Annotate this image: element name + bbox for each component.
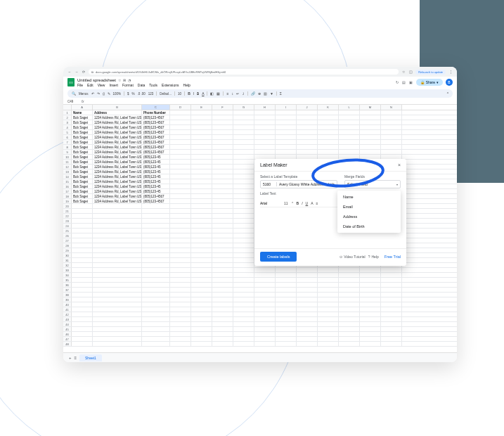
cell[interactable]	[93, 248, 142, 252]
row-number[interactable]: 19	[63, 199, 72, 203]
cell[interactable]: (805)123-4567	[142, 150, 170, 154]
menu-insert[interactable]: Insert	[109, 83, 118, 87]
cell[interactable]: (805)123-4567	[142, 115, 170, 120]
cell[interactable]	[212, 317, 233, 321]
row-number[interactable]: 38	[63, 293, 72, 297]
cell[interactable]	[254, 278, 276, 282]
row-number[interactable]: 14	[63, 174, 72, 179]
cell[interactable]	[339, 283, 360, 287]
column-header[interactable]: E	[191, 105, 212, 110]
chart-icon[interactable]: ▥	[264, 91, 267, 96]
cell[interactable]: 1234 Address Rd, Label Town USA	[93, 150, 142, 154]
add-sheet-button[interactable]: +	[69, 356, 72, 360]
cell[interactable]	[254, 145, 276, 149]
cell[interactable]	[254, 322, 276, 326]
cell[interactable]	[318, 135, 339, 139]
close-icon[interactable]: ×	[398, 162, 401, 167]
row-number[interactable]: 35	[63, 278, 72, 282]
cell[interactable]	[191, 160, 212, 164]
cell[interactable]	[339, 125, 360, 129]
relaunch-button[interactable]: Relaunch to update	[415, 70, 446, 75]
cell[interactable]	[72, 317, 93, 321]
cell[interactable]	[318, 307, 339, 312]
cell[interactable]	[93, 317, 142, 321]
cell[interactable]	[212, 199, 233, 203]
cell[interactable]	[170, 165, 191, 169]
cell[interactable]	[170, 342, 191, 346]
cell[interactable]: (805)123-45	[142, 184, 170, 188]
cell[interactable]	[360, 150, 381, 154]
column-header[interactable]: J	[297, 105, 318, 110]
cell[interactable]	[318, 312, 339, 316]
cell[interactable]	[276, 322, 297, 326]
cloud-icon[interactable]: ◔	[128, 78, 131, 82]
cell[interactable]	[212, 214, 233, 218]
cell[interactable]	[72, 229, 93, 233]
cell[interactable]	[233, 150, 254, 154]
cell[interactable]	[381, 327, 402, 331]
cell[interactable]: Bob Saget	[72, 150, 93, 154]
cell[interactable]	[93, 258, 142, 262]
cell[interactable]	[254, 288, 276, 292]
font-dropdown[interactable]: Defaul...	[160, 92, 172, 96]
cell[interactable]	[381, 135, 402, 139]
functions-icon[interactable]: Σ	[280, 91, 282, 96]
cell[interactable]	[276, 307, 297, 312]
cell[interactable]	[297, 312, 318, 316]
cell[interactable]: 1234 Address Rd, Label Town USA	[93, 145, 142, 149]
cell[interactable]	[233, 263, 254, 267]
cell[interactable]	[191, 214, 212, 218]
dropdown-option[interactable]: Name	[337, 192, 401, 202]
cell[interactable]	[381, 288, 402, 292]
bold-icon[interactable]: B	[297, 201, 299, 205]
undo-icon[interactable]: ↶	[91, 91, 94, 96]
cell[interactable]	[72, 224, 93, 228]
doc-title[interactable]: Untitled spreadsheet	[77, 78, 116, 82]
cell[interactable]: Bob Saget	[72, 165, 93, 169]
row-number[interactable]: 6	[63, 135, 72, 139]
cell[interactable]	[381, 268, 402, 272]
cell[interactable]	[170, 214, 191, 218]
cell[interactable]: Bob Saget	[72, 199, 93, 203]
cell[interactable]	[233, 115, 254, 120]
cell[interactable]	[276, 342, 297, 346]
row-number[interactable]: 18	[63, 194, 72, 198]
cell[interactable]: (805)123-4567	[142, 125, 170, 129]
cell[interactable]	[360, 293, 381, 297]
row-number[interactable]: 29	[63, 248, 72, 252]
cell[interactable]	[170, 219, 191, 223]
cell[interactable]	[93, 214, 142, 218]
cell[interactable]	[381, 273, 402, 277]
cell[interactable]	[212, 224, 233, 228]
cell[interactable]	[93, 268, 142, 272]
cell[interactable]	[233, 288, 254, 292]
dropdown-option[interactable]: Date of Birth	[337, 222, 401, 231]
redo-icon[interactable]: ↷	[97, 91, 100, 96]
cell[interactable]	[142, 288, 170, 292]
row-number[interactable]: 44	[63, 322, 72, 326]
cell[interactable]	[339, 332, 360, 336]
cell[interactable]	[212, 155, 233, 159]
cell[interactable]	[233, 342, 254, 346]
cell[interactable]: (805)123-4567	[142, 120, 170, 124]
cell[interactable]	[93, 332, 142, 336]
cell[interactable]	[297, 332, 318, 336]
cell[interactable]	[93, 209, 142, 213]
cell[interactable]	[254, 283, 276, 287]
row-number[interactable]: 42	[63, 312, 72, 316]
cell[interactable]	[191, 140, 212, 144]
decimals-button[interactable]: .0 .00	[138, 92, 146, 96]
cell[interactable]	[142, 263, 170, 267]
cell[interactable]	[93, 293, 142, 297]
cell[interactable]	[212, 179, 233, 184]
row-number[interactable]: 26	[63, 233, 72, 238]
cell[interactable]	[212, 169, 233, 174]
cell[interactable]	[381, 125, 402, 129]
cell[interactable]	[93, 307, 142, 312]
cell[interactable]	[360, 110, 381, 115]
cell[interactable]	[170, 288, 191, 292]
cell[interactable]	[191, 327, 212, 331]
cell[interactable]	[318, 130, 339, 134]
dropdown-option[interactable]: Address	[337, 212, 401, 222]
row-number[interactable]: 47	[63, 337, 72, 341]
